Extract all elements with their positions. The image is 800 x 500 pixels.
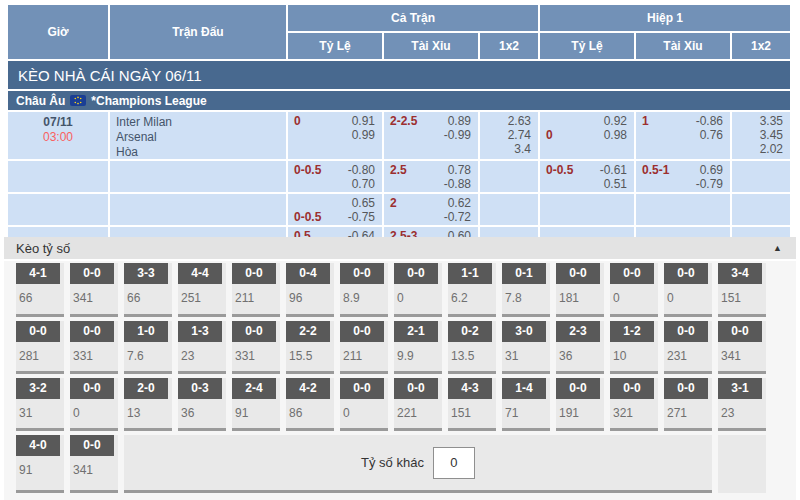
h1-handicap-cell[interactable]: 0-0.5-0.610.51 (540, 161, 634, 192)
empty-score-cell (718, 435, 766, 493)
ft-1x2-cell[interactable] (480, 194, 538, 225)
score-cell[interactable]: 0-17.8 (502, 263, 550, 317)
score-cell[interactable]: 2-215.5 (286, 321, 334, 374)
other-score-input[interactable] (433, 447, 475, 479)
score-cell[interactable]: 2-336 (556, 321, 604, 374)
score-cell[interactable]: 2-013 (124, 378, 172, 431)
ft-1x2-cell[interactable]: 2.632.743.4 (480, 112, 538, 159)
h1-overunder-cell[interactable] (636, 194, 730, 225)
collapse-icon[interactable]: ▲ (773, 243, 782, 253)
match-date: 07/11 (8, 115, 108, 130)
score-cell[interactable]: 0-0341 (70, 263, 118, 317)
score-cell[interactable]: 0-0271 (664, 378, 712, 431)
ft-1x2-cell[interactable] (480, 161, 538, 192)
h1-handicap-cell[interactable] (540, 194, 634, 225)
date-banner: KÈO NHÀ CÁI NGÀY 06/11 (8, 61, 790, 89)
score-cell[interactable]: 0-0181 (556, 263, 604, 317)
odds-value: 0.62 (448, 196, 471, 210)
score-cell[interactable]: 4-166 (16, 263, 64, 317)
odds-line: -0.72 (390, 210, 471, 224)
ft-handicap-cell[interactable]: 0.650-0.5-0.75 (288, 194, 382, 225)
score-cell[interactable]: 0-00 (664, 263, 712, 317)
score-cell[interactable]: 3-231 (16, 378, 64, 431)
away-team[interactable]: Arsenal (116, 130, 286, 145)
score-odds: 191 (556, 399, 604, 420)
score-cell[interactable]: 0-0341 (718, 321, 766, 374)
handicap-label: 0 (294, 114, 301, 128)
score-cell[interactable]: 0-08.9 (340, 263, 388, 317)
h1-1x2-cell[interactable] (732, 194, 790, 225)
handicap-label: 0.5-1 (642, 163, 669, 177)
h1-1x2-cell[interactable] (732, 161, 790, 192)
score-cell[interactable]: 1-471 (502, 378, 550, 431)
score-section-header[interactable]: Kèo tỷ số ▲ (4, 237, 796, 259)
ft-overunder-cell[interactable]: 2.50.78-0.88 (384, 161, 478, 192)
score-cell[interactable]: 1-16.2 (448, 263, 496, 317)
score-odds: 7.8 (502, 284, 550, 305)
score-cell[interactable]: 4-091 (16, 435, 64, 493)
subheader-ft-overunder: Tài Xỉu (384, 33, 478, 59)
ft-overunder-cell[interactable]: 20.62-0.72 (384, 194, 478, 225)
score-odds: 211 (340, 342, 388, 363)
h1-handicap-cell[interactable]: 0.9200.98 (540, 112, 634, 159)
score-cell[interactable]: 0-0221 (394, 378, 442, 431)
other-score-cell: Tỷ số khác (124, 435, 712, 493)
score-odds: 151 (448, 399, 496, 420)
odds-value: 0.70 (352, 177, 375, 191)
home-team[interactable]: Inter Milan (116, 115, 286, 130)
score-cell[interactable]: 0-0281 (16, 321, 64, 374)
h1-overunder-cell[interactable]: 1-0.860.76 (636, 112, 730, 159)
score-cell[interactable]: 0-00 (70, 378, 118, 431)
score-odds: 271 (664, 399, 712, 420)
score-odds: 13.5 (448, 342, 496, 363)
score-cell[interactable]: 2-19.9 (394, 321, 442, 374)
score-cell[interactable]: 0-336 (178, 378, 226, 431)
score-cell[interactable]: 0-496 (286, 263, 334, 317)
handicap-label: 2 (390, 196, 397, 210)
score-cell[interactable]: 3-031 (502, 321, 550, 374)
score-cell[interactable]: 4-286 (286, 378, 334, 431)
h1-1x2-cell[interactable]: 3.353.452.02 (732, 112, 790, 159)
score-cell[interactable]: 1-323 (178, 321, 226, 374)
ft-handicap-cell[interactable]: 0-0.5-0.800.70 (288, 161, 382, 192)
h1-overunder-cell[interactable]: 0.5-10.69-0.79 (636, 161, 730, 192)
score-cell[interactable]: 0-213.5 (448, 321, 496, 374)
match-time: 03:00 (8, 130, 108, 145)
score-label: 0-0 (610, 263, 654, 284)
score-cell[interactable]: 0-0231 (664, 321, 712, 374)
score-cell[interactable]: 0-0211 (340, 321, 388, 374)
score-cell[interactable]: 4-3151 (448, 378, 496, 431)
ft-handicap-cell[interactable]: 00.910.99 (288, 112, 382, 159)
subheader-h1-handicap: Tỷ Lệ (540, 33, 634, 59)
score-cell[interactable]: 0-0191 (556, 378, 604, 431)
score-cell[interactable]: 2-491 (232, 378, 280, 431)
score-cell[interactable]: 0-0341 (70, 435, 118, 493)
score-cell[interactable]: 4-4251 (178, 263, 226, 317)
time-cell (8, 194, 108, 225)
draw-label[interactable]: Hòa (116, 145, 286, 159)
score-cell[interactable]: 0-00 (610, 263, 658, 317)
odds-line: 00.98 (546, 128, 627, 142)
score-cell[interactable]: 1-210 (610, 321, 658, 374)
odds-line: 0.99 (294, 128, 375, 142)
score-cell[interactable]: 3-366 (124, 263, 172, 317)
score-label: 2-2 (286, 321, 330, 342)
score-cell[interactable]: 0-00 (394, 263, 442, 317)
score-cell[interactable]: 1-07.6 (124, 321, 172, 374)
score-cell[interactable]: 3-4151 (718, 263, 766, 317)
score-section-title: Kèo tỷ số (16, 241, 70, 256)
score-cell[interactable]: 0-0331 (70, 321, 118, 374)
score-odds: 341 (70, 456, 118, 477)
score-odds: 0 (394, 284, 442, 305)
league-bar[interactable]: Châu Âu *Champions League (8, 91, 790, 110)
score-odds: 251 (178, 284, 226, 305)
score-cell[interactable]: 3-123 (718, 378, 766, 431)
score-cell[interactable]: 0-0211 (232, 263, 280, 317)
score-cell[interactable]: 0-00 (340, 378, 388, 431)
ft-overunder-cell[interactable]: 2-2.50.89-0.99 (384, 112, 478, 159)
match-cell[interactable]: Inter MilanArsenalHòa (110, 112, 286, 159)
score-odds: 331 (70, 342, 118, 363)
score-cell[interactable]: 0-0321 (610, 378, 658, 431)
score-cell[interactable]: 0-0331 (232, 321, 280, 374)
score-label: 0-1 (502, 263, 546, 284)
